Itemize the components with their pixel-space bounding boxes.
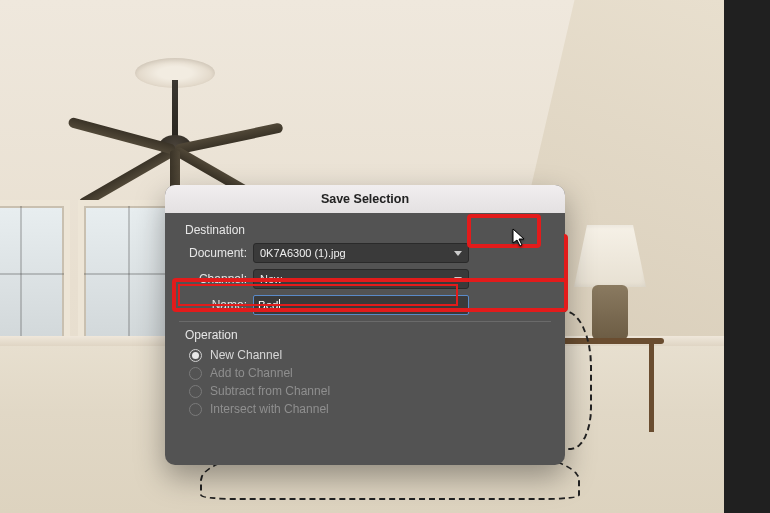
operation-section-label: Operation bbox=[185, 328, 551, 342]
fan-rod bbox=[172, 80, 178, 140]
chevron-down-icon bbox=[454, 277, 462, 282]
radio-icon bbox=[189, 349, 202, 362]
operation-option-add-to-channel: Add to Channel bbox=[189, 366, 551, 380]
dialog-title: Save Selection bbox=[165, 185, 565, 213]
document-select-value: 0K7A6300 (1).jpg bbox=[260, 247, 346, 259]
radio-icon bbox=[189, 403, 202, 416]
name-row: Name: Bed bbox=[179, 295, 551, 315]
operation-option-intersect-with-channel: Intersect with Channel bbox=[189, 402, 551, 416]
window bbox=[78, 200, 178, 345]
name-label: Name: bbox=[179, 298, 247, 312]
name-input-value: Bed bbox=[258, 299, 278, 311]
app-canvas: Save Selection Destination Document: 0K7… bbox=[0, 0, 770, 513]
window bbox=[0, 200, 70, 345]
operation-option-new-channel[interactable]: New Channel bbox=[189, 348, 551, 362]
fan-blade bbox=[67, 117, 176, 155]
document-select[interactable]: 0K7A6300 (1).jpg bbox=[253, 243, 469, 263]
channel-select-value: New bbox=[260, 273, 282, 285]
operation-option-label: Subtract from Channel bbox=[210, 384, 330, 398]
operation-option-label: Intersect with Channel bbox=[210, 402, 329, 416]
channel-row: Channel: New bbox=[179, 269, 551, 289]
operation-option-label: New Channel bbox=[210, 348, 282, 362]
document-row: Document: 0K7A6300 (1).jpg bbox=[179, 243, 551, 263]
section-divider bbox=[179, 321, 551, 322]
chevron-down-icon bbox=[454, 251, 462, 256]
operation-option-subtract-from-channel: Subtract from Channel bbox=[189, 384, 551, 398]
lamp-base bbox=[592, 285, 628, 340]
radio-icon bbox=[189, 385, 202, 398]
save-selection-dialog: Save Selection Destination Document: 0K7… bbox=[165, 185, 565, 465]
fan-blade bbox=[174, 122, 284, 155]
channel-label: Channel: bbox=[179, 272, 247, 286]
document-label: Document: bbox=[179, 246, 247, 260]
text-caret bbox=[279, 299, 280, 311]
operation-option-label: Add to Channel bbox=[210, 366, 293, 380]
radio-icon bbox=[189, 367, 202, 380]
table-leg bbox=[649, 342, 654, 432]
channel-select[interactable]: New bbox=[253, 269, 469, 289]
radio-dot-icon bbox=[192, 352, 199, 359]
destination-section-label: Destination bbox=[185, 223, 551, 237]
name-input[interactable]: Bed bbox=[253, 295, 469, 315]
dialog-body: Destination Document: 0K7A6300 (1).jpg C… bbox=[165, 213, 565, 416]
